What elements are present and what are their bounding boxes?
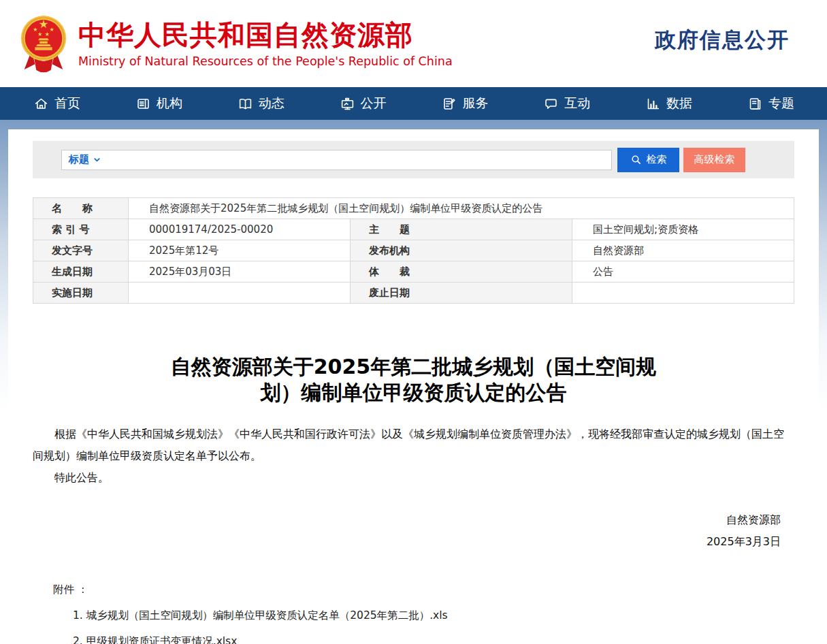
- meta-value-doc-number: 2025年第12号: [129, 240, 351, 261]
- home-icon: [34, 97, 48, 111]
- nav-item-label: 数据: [666, 95, 692, 112]
- meta-value-created-date: 2025年03月03日: [129, 261, 351, 283]
- content-background: 标题 检索 高级检索 名 称 自然资源部关于2025年第二批城乡规划（国土空间规…: [0, 120, 827, 644]
- meta-label-issuer: 发布机构: [351, 240, 572, 261]
- meta-label-index: 索 引 号: [33, 219, 129, 240]
- nav-item-label: 动态: [259, 95, 285, 112]
- service-document-icon: [442, 97, 456, 111]
- document-title: 自然资源部关于2025年第二批城乡规划（国土空间规划）编制单位甲级资质认定的公告: [160, 354, 667, 406]
- table-row: 索 引 号 000019174/2025-00020 主 题 国土空间规划;资质…: [33, 219, 794, 240]
- attachment-link[interactable]: 2. 甲级规划资质证书变更情况.xlsx: [73, 633, 794, 644]
- nav-item-label: 服务: [462, 95, 488, 112]
- meta-value-effective-date: [129, 283, 351, 304]
- search-button-label: 检索: [647, 153, 667, 166]
- nav-item-label: 首页: [54, 95, 80, 112]
- document-paragraph: 特此公告。: [33, 467, 794, 489]
- nav-item-label: 互动: [564, 95, 590, 112]
- meta-value-repeal-date: [572, 283, 794, 304]
- header-titles: 中华人民共和国自然资源部 Ministry of Natural Resourc…: [78, 19, 453, 68]
- search-input[interactable]: 标题: [61, 150, 612, 170]
- meta-label-effective-date: 实施日期: [33, 283, 129, 304]
- meta-value-genre: 公告: [572, 261, 794, 283]
- meta-label-created-date: 生成日期: [33, 261, 129, 283]
- meta-value-index: 000019174/2025-00020: [129, 219, 351, 240]
- nav-item-interaction[interactable]: 互动: [544, 95, 590, 112]
- chevron-down-icon: [93, 155, 101, 164]
- main-nav: 首页 机构 动态 公开 服务: [0, 87, 827, 120]
- meta-label-repeal-date: 废止日期: [351, 283, 572, 304]
- meta-label-subject: 主 题: [351, 219, 572, 240]
- search-field-selector[interactable]: 标题: [69, 153, 101, 166]
- nav-item-data[interactable]: 数据: [646, 95, 692, 112]
- table-row: 发文字号 2025年第12号 发布机构 自然资源部: [33, 240, 794, 261]
- nav-item-organization[interactable]: 机构: [136, 95, 182, 112]
- nav-item-news[interactable]: 动态: [238, 95, 285, 112]
- nav-item-topics[interactable]: 专题: [748, 95, 794, 112]
- advanced-search-button[interactable]: 高级检索: [683, 148, 745, 172]
- nav-item-label: 专题: [768, 95, 794, 112]
- data-chart-icon: [646, 97, 660, 111]
- meta-value-subject: 国土空间规划;资质资格: [572, 219, 794, 240]
- section-title: 政府信息公开: [655, 26, 790, 54]
- search-icon: [630, 154, 642, 165]
- table-row: 名 称 自然资源部关于2025年第二批城乡规划（国土空间规划）编制单位甲级资质认…: [33, 198, 794, 219]
- interaction-chat-icon: [544, 97, 558, 111]
- organization-icon: [136, 97, 150, 111]
- nav-item-label: 机构: [157, 95, 182, 112]
- page: 中华人民共和国自然资源部 Ministry of Natural Resourc…: [0, 0, 827, 644]
- signature-date: 2025年3月3日: [8, 531, 781, 553]
- signature-org: 自然资源部: [8, 509, 781, 531]
- attachment-link[interactable]: 1. 城乡规划（国土空间规划）编制单位甲级资质认定名单（2025年第二批）.xl…: [73, 607, 794, 624]
- topics-document-icon: [748, 97, 762, 111]
- search-button[interactable]: 检索: [617, 148, 679, 172]
- document-paragraph: 根据《中华人民共和国城乡规划法》《中华人民共和国行政许可法》以及《城乡规划编制单…: [33, 423, 794, 467]
- search-field-label: 标题: [69, 153, 89, 166]
- attachments-label: 附件 ：: [53, 581, 794, 598]
- nav-item-home[interactable]: 首页: [34, 95, 80, 112]
- document-metadata-table: 名 称 自然资源部关于2025年第二批城乡规划（国土空间规划）编制单位甲级资质认…: [33, 197, 794, 304]
- disclosure-monitor-icon: [340, 97, 355, 111]
- meta-label-name: 名 称: [33, 198, 129, 219]
- search-bar: 标题 检索 高级检索: [33, 141, 794, 178]
- site-subtitle-en: Ministry of Natural Resources of the Peo…: [78, 54, 453, 68]
- attachments-section: 附件 ： 1. 城乡规划（国土空间规划）编制单位甲级资质认定名单（2025年第二…: [53, 581, 794, 644]
- site-title: 中华人民共和国自然资源部: [78, 19, 453, 50]
- national-emblem-icon: [18, 10, 69, 77]
- table-row: 实施日期 废止日期: [33, 283, 794, 304]
- nav-item-disclosure[interactable]: 公开: [340, 95, 387, 112]
- meta-value-issuer: 自然资源部: [572, 240, 794, 261]
- site-header: 中华人民共和国自然资源部 Ministry of Natural Resourc…: [0, 0, 827, 87]
- nav-item-label: 公开: [361, 95, 387, 112]
- content-container: 标题 检索 高级检索 名 称 自然资源部关于2025年第二批城乡规划（国土空间规…: [8, 129, 819, 644]
- nav-item-services[interactable]: 服务: [442, 95, 488, 112]
- signature-block: 自然资源部 2025年3月3日: [8, 509, 781, 553]
- news-book-icon: [238, 97, 253, 111]
- meta-label-doc-number: 发文字号: [33, 240, 129, 261]
- meta-label-genre: 体 裁: [351, 261, 572, 283]
- meta-value-name: 自然资源部关于2025年第二批城乡规划（国土空间规划）编制单位甲级资质认定的公告: [129, 198, 794, 219]
- national-emblem-logo: [18, 10, 69, 77]
- table-row: 生成日期 2025年03月03日 体 裁 公告: [33, 261, 794, 283]
